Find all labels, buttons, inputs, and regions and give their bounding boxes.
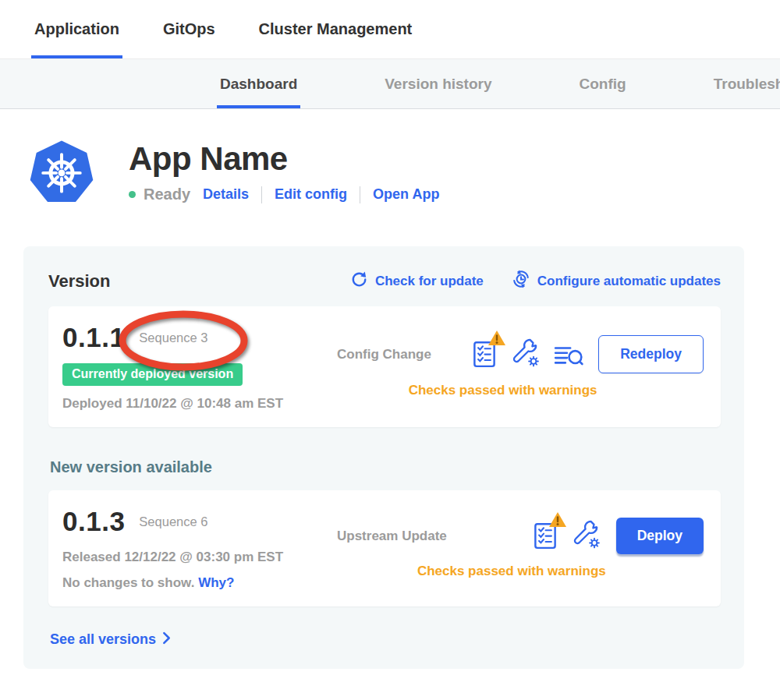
why-link[interactable]: Why? <box>198 575 234 590</box>
tab-config[interactable]: Config <box>576 59 629 108</box>
available-version-number: 0.1.3 <box>62 506 125 537</box>
secondary-nav: Dashboard Version history Config Trouble… <box>0 59 780 109</box>
edit-config-link[interactable]: Edit config <box>275 186 347 203</box>
warning-triangle-icon <box>548 511 567 531</box>
edit-config-wrench-icon[interactable] <box>571 519 602 553</box>
page-title: App Name <box>129 140 439 178</box>
view-files-icon[interactable] <box>553 344 584 372</box>
tab-troubleshoot[interactable]: Troubleshoot <box>711 59 780 108</box>
check-for-update-link[interactable]: Check for update <box>350 270 484 292</box>
nav-tab-cluster-management[interactable]: Cluster Management <box>256 0 416 58</box>
available-sequence-label: Sequence 6 <box>139 514 207 529</box>
chevron-right-icon <box>156 630 171 649</box>
main-content: App Name Ready Details Edit config Open … <box>0 137 780 669</box>
redeploy-button[interactable]: Redeploy <box>598 335 704 373</box>
version-source-label: Upstream Update <box>337 529 447 544</box>
refresh-icon <box>350 270 375 292</box>
no-changes-text: No changes to show. Why? <box>62 575 337 591</box>
preflight-checks-icon[interactable] <box>470 338 498 372</box>
current-version-card: 0.1.1 Sequence 3 Currently deployed vers… <box>48 306 721 427</box>
see-all-versions-link[interactable]: See all versions <box>50 630 171 649</box>
warning-triangle-icon <box>488 330 506 349</box>
available-version-info: 0.1.3 Sequence 6 Released 12/12/22 @ 03:… <box>62 506 337 591</box>
version-actions: Check for update <box>322 270 721 292</box>
version-heading: Version <box>48 271 110 292</box>
available-version-actions: Upstream Update <box>337 518 704 579</box>
see-all-versions-label: See all versions <box>50 631 156 648</box>
edit-config-wrench-icon[interactable] <box>510 338 541 372</box>
version-source-label: Config Change <box>337 347 431 362</box>
current-version-actions: Config Change <box>337 335 704 398</box>
configure-automatic-updates-link[interactable]: Configure automatic updates <box>512 270 721 292</box>
current-version-info: 0.1.1 Sequence 3 Currently deployed vers… <box>62 322 337 412</box>
version-panel: Version Check for update <box>23 246 744 669</box>
tab-dashboard[interactable]: Dashboard <box>217 59 300 108</box>
available-version-card: 0.1.3 Sequence 6 Released 12/12/22 @ 03:… <box>48 490 721 606</box>
divider <box>360 186 360 203</box>
nav-tab-gitops[interactable]: GitOps <box>160 0 218 58</box>
tab-version-history[interactable]: Version history <box>381 59 495 108</box>
primary-nav: Application GitOps Cluster Management <box>0 0 780 59</box>
status-dot <box>129 191 136 198</box>
deployed-badge: Currently deployed version <box>62 363 243 386</box>
deployed-timestamp: Deployed 11/10/22 @ 10:48 am EST <box>62 396 337 412</box>
preflight-checks-icon[interactable] <box>531 519 559 553</box>
deploy-button[interactable]: Deploy <box>616 518 704 554</box>
released-timestamp: Released 12/12/22 @ 03:30 pm EST <box>62 550 337 565</box>
new-version-heading: New version available <box>50 458 721 476</box>
version-icon-row <box>459 338 584 372</box>
details-link[interactable]: Details <box>203 186 249 203</box>
app-status: Ready <box>144 186 190 203</box>
configure-automatic-updates-label: Configure automatic updates <box>537 274 721 289</box>
divider <box>261 186 262 203</box>
app-header: App Name Ready Details Edit config Open … <box>27 137 780 207</box>
checks-warning-text: Checks passed with warnings <box>337 383 598 398</box>
current-sequence-label: Sequence 3 <box>139 331 207 345</box>
no-changes-label: No changes to show. <box>62 575 194 590</box>
open-app-link[interactable]: Open App <box>373 186 439 203</box>
nav-tab-application[interactable]: Application <box>31 0 122 58</box>
version-panel-header: Version Check for update <box>48 270 721 292</box>
kubernetes-logo-icon <box>27 137 96 207</box>
checks-warning-text: Checks passed with warnings <box>337 564 616 579</box>
check-for-update-label: Check for update <box>375 274 484 289</box>
version-icon-row <box>519 519 602 553</box>
app-status-row: Ready Details Edit config Open App <box>129 186 439 203</box>
current-version-number: 0.1.1 <box>62 322 125 353</box>
schedule-update-icon <box>512 270 537 292</box>
